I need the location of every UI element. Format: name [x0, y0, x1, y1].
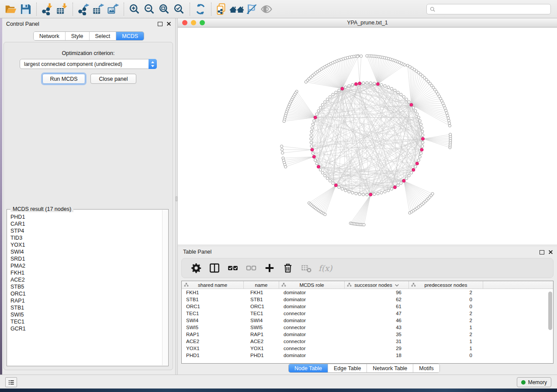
graph-node[interactable] — [373, 193, 376, 196]
graph-leaf-node[interactable] — [324, 213, 326, 216]
graph-node[interactable] — [310, 145, 313, 148]
graph-leaf-node[interactable] — [448, 122, 451, 124]
column-header-predecessor-nodes[interactable]: predecessor nodes — [409, 281, 483, 289]
graph-node[interactable] — [405, 177, 408, 179]
graph-hub-node[interactable] — [393, 186, 396, 189]
search-input[interactable] — [436, 5, 550, 14]
zoom-out-button[interactable] — [142, 2, 157, 16]
open-button[interactable] — [3, 2, 18, 16]
export-image-button[interactable] — [106, 2, 121, 16]
graph-node[interactable] — [319, 168, 322, 171]
mcds-result-list[interactable]: PHD1CAR1STP4TID3YOX1SWI4SRD1PMA2FKH1ACE2… — [7, 213, 162, 365]
graph-node[interactable] — [335, 91, 337, 94]
table-row[interactable]: YOX1YOX1connector291 — [182, 345, 553, 352]
network-canvas[interactable] — [178, 28, 557, 244]
graph-leaf-node[interactable] — [406, 64, 409, 67]
graph-hub-node[interactable] — [354, 83, 357, 86]
graph-node[interactable] — [351, 192, 354, 194]
tab-network-table[interactable]: Network Table — [367, 364, 413, 372]
graph-hub-node[interactable] — [415, 162, 419, 165]
graph-node[interactable] — [310, 134, 312, 137]
graph-node[interactable] — [394, 89, 396, 92]
mcds-result-item[interactable]: GCR1 — [10, 325, 162, 332]
graph-node[interactable] — [314, 159, 317, 162]
column-header-shared-name[interactable]: shared name — [182, 281, 244, 289]
graph-node[interactable] — [417, 159, 420, 162]
graph-node[interactable] — [402, 96, 405, 98]
graph-node[interactable] — [317, 110, 320, 112]
gear-button[interactable] — [188, 261, 204, 275]
graph-hub-node[interactable] — [312, 155, 315, 158]
graph-node[interactable] — [355, 192, 357, 195]
graph-node[interactable] — [414, 165, 417, 168]
graph-node[interactable] — [421, 145, 424, 148]
mcds-result-item[interactable]: FKH1 — [10, 269, 162, 276]
graph-hub-node[interactable] — [421, 137, 424, 140]
graph-leaf-node[interactable] — [280, 145, 283, 148]
graph-leaf-node[interactable] — [284, 165, 287, 168]
graph-leaf-node[interactable] — [363, 224, 365, 226]
graph-node[interactable] — [366, 82, 368, 84]
graph-hub-node[interactable] — [314, 116, 317, 119]
graph-node[interactable] — [419, 155, 421, 158]
graph-node[interactable] — [362, 82, 365, 84]
graph-node[interactable] — [405, 98, 408, 100]
refresh-button[interactable] — [193, 2, 208, 16]
graph-node[interactable] — [321, 103, 324, 106]
mcds-result-item[interactable]: ORC1 — [10, 290, 162, 297]
graph-node[interactable] — [348, 190, 350, 193]
memory-button[interactable]: Memory — [517, 377, 551, 387]
chevron-down-icon[interactable] — [395, 284, 399, 287]
graph-hub-node[interactable] — [317, 165, 320, 168]
mcds-result-item[interactable]: CAR1 — [10, 220, 162, 227]
mcds-result-item[interactable]: SWI4 — [10, 248, 162, 255]
float-icon[interactable] — [158, 22, 163, 26]
tab-mcds[interactable]: MCDS — [116, 32, 144, 40]
deselect-all-button[interactable] — [243, 261, 259, 275]
graph-node[interactable] — [421, 130, 424, 133]
tab-network[interactable]: Network — [34, 32, 66, 40]
graph-leaf-node[interactable] — [449, 133, 452, 136]
tab-motifs[interactable]: Motifs — [413, 364, 439, 372]
graph-hub-node[interactable] — [311, 148, 314, 151]
column-header-MCDS-role[interactable]: MCDS role — [279, 281, 345, 289]
graph-hub-node[interactable] — [402, 179, 405, 182]
graph-node[interactable] — [344, 189, 347, 192]
graph-node[interactable] — [313, 120, 315, 122]
graph-node[interactable] — [315, 113, 318, 115]
graph-leaf-node[interactable] — [449, 124, 451, 127]
graph-node[interactable] — [329, 179, 332, 182]
graph-node[interactable] — [397, 91, 399, 94]
graph-leaf-node[interactable] — [447, 117, 450, 119]
graph-node[interactable] — [310, 138, 312, 140]
graph-node[interactable] — [384, 190, 386, 193]
zoom-in-button[interactable] — [127, 2, 142, 16]
delete-button[interactable] — [280, 261, 296, 275]
column-header-name[interactable]: name — [244, 281, 279, 289]
export-network-button[interactable] — [76, 2, 91, 16]
graph-node[interactable] — [351, 83, 354, 86]
graph-node[interactable] — [391, 87, 393, 90]
graph-node[interactable] — [332, 182, 334, 184]
graph-node[interactable] — [387, 189, 390, 192]
graph-node[interactable] — [420, 123, 422, 126]
graph-node[interactable] — [362, 193, 365, 196]
graph-node[interactable] — [408, 101, 410, 103]
mcds-result-scrollbar[interactable] — [162, 210, 168, 365]
graph-node[interactable] — [321, 172, 324, 174]
graph-node[interactable] — [326, 98, 329, 100]
table-row[interactable]: ORC1ORC1dominator610 — [182, 303, 553, 310]
graph-node[interactable] — [391, 188, 393, 190]
table-row[interactable]: TEC1TEC1connector472 — [182, 310, 553, 317]
graph-leaf-node[interactable] — [431, 193, 434, 195]
split-panel-button[interactable] — [206, 261, 223, 275]
graph-node[interactable] — [324, 174, 326, 177]
mcds-result-item[interactable]: PHD1 — [10, 213, 162, 220]
graph-node[interactable] — [338, 186, 340, 189]
graph-leaf-node[interactable] — [366, 55, 368, 57]
graph-node[interactable] — [384, 85, 386, 87]
tab-node-table[interactable]: Node Table — [289, 364, 328, 372]
zoom-fit-button[interactable] — [157, 2, 172, 16]
clone-network-button[interactable] — [214, 2, 229, 16]
mcds-result-item[interactable]: SRD1 — [10, 255, 162, 262]
